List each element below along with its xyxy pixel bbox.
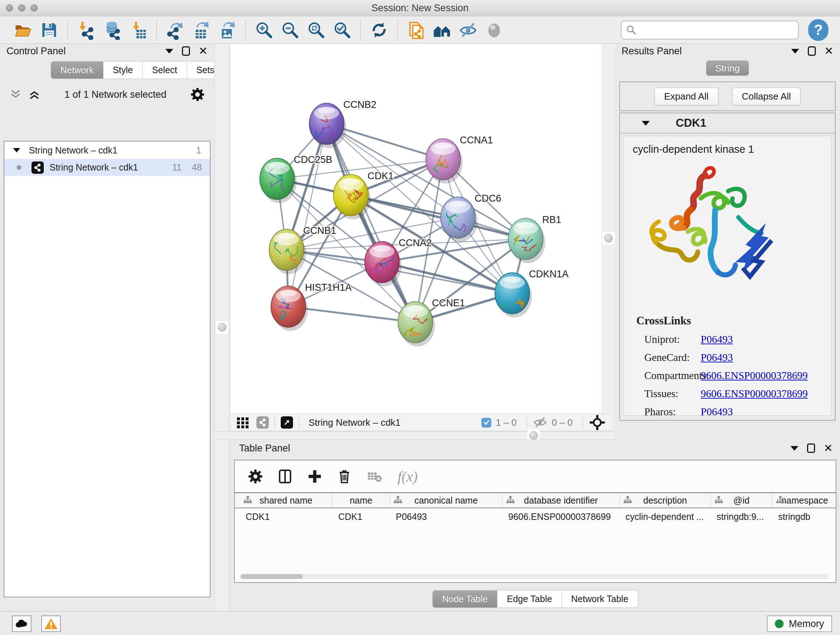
export-table-button[interactable] [191, 19, 212, 41]
edge-CCNB2-HIST1H1A[interactable] [288, 124, 327, 307]
panel-menu-icon[interactable] [165, 49, 173, 54]
splitter-grip[interactable] [216, 321, 228, 333]
expand-all-button[interactable]: Expand All [654, 88, 718, 105]
tab-edge-table[interactable]: Edge Table [497, 590, 562, 608]
show-columns-icon[interactable] [278, 469, 293, 484]
tab-node-table[interactable]: Node Table [432, 590, 497, 608]
zoom-in-button[interactable] [254, 19, 275, 41]
tab-network[interactable]: Network [51, 61, 103, 79]
table-cell[interactable]: P06493 [390, 511, 502, 522]
first-neighbors-button[interactable] [431, 19, 453, 41]
collapse-all-button[interactable]: Collapse All [732, 88, 801, 105]
tab-select[interactable]: Select [142, 61, 187, 79]
float-panel-icon[interactable] [182, 46, 190, 56]
hide-selected-button[interactable] [458, 19, 478, 41]
center-view-icon[interactable] [589, 414, 606, 431]
crosslink-link[interactable]: P06493 [701, 406, 733, 416]
table-options-gear-icon[interactable] [248, 469, 263, 484]
crosslink-link[interactable]: 9606.ENSP00000378699 [701, 388, 808, 400]
network-row-selected[interactable]: String Network – cdk1 11 48 [4, 159, 210, 176]
close-panel-icon[interactable]: ✕ [824, 46, 834, 57]
open-session-button[interactable] [13, 19, 34, 41]
export-network-button[interactable] [164, 19, 186, 41]
add-column-icon[interactable] [307, 469, 322, 484]
memory-button[interactable]: Memory [767, 616, 832, 632]
column-header--id[interactable]: @id [711, 493, 772, 508]
column-header-description[interactable]: description [620, 493, 711, 508]
close-panel-icon[interactable]: ✕ [199, 46, 208, 57]
gene-description: cyclin-dependent kinase 1 [624, 136, 831, 155]
node-label-CCNA2: CCNA2 [399, 238, 432, 249]
birdseye-view-icon[interactable] [256, 416, 269, 429]
grid-view-icon[interactable] [235, 415, 250, 430]
collapse-all-icon[interactable] [9, 89, 22, 100]
gene-header-row[interactable]: CDK1 [620, 113, 835, 134]
left-splitter[interactable] [214, 44, 229, 611]
table-row[interactable]: CDK1CDK1P064939606.ENSP00000378699cyclin… [235, 508, 836, 525]
node-CCNA1[interactable] [426, 139, 461, 180]
node-CDK1[interactable] [333, 174, 368, 216]
table-cell[interactable]: cyclin-dependent ... [620, 511, 711, 522]
table-cell[interactable]: stringdb:9... [711, 511, 772, 522]
import-network-database-button[interactable] [102, 19, 123, 41]
panel-menu-icon[interactable] [790, 446, 798, 451]
column-header-database-identifier[interactable]: database identifier [502, 493, 620, 508]
node-CDC6[interactable] [441, 197, 475, 238]
selected-checkbox[interactable] [482, 418, 491, 428]
import-database-icon [103, 20, 122, 40]
table-cell[interactable]: stringdb [772, 511, 837, 522]
zoom-out-button[interactable] [279, 19, 301, 41]
node-HIST1H1A[interactable] [271, 286, 306, 327]
tab-style[interactable]: Style [103, 61, 143, 79]
search-input[interactable] [640, 24, 794, 35]
show-all-button[interactable] [484, 19, 505, 41]
splitter-grip[interactable] [602, 232, 615, 244]
crosslink-link[interactable]: 9606.ENSP00000378699 [701, 370, 808, 382]
right-splitter[interactable] [600, 44, 616, 440]
table-cell[interactable]: 9606.ENSP00000378699 [502, 511, 620, 522]
column-header-namespace[interactable]: namespace [772, 493, 837, 508]
clone-network-button[interactable] [406, 19, 426, 41]
crosslink-link[interactable]: P06493 [701, 333, 733, 345]
tab-string[interactable]: String [706, 60, 749, 76]
network-options-gear-icon[interactable] [190, 87, 205, 102]
node-CDC25B[interactable] [260, 158, 294, 200]
detach-view-icon[interactable] [281, 416, 293, 429]
node-RB1[interactable] [508, 218, 543, 260]
close-panel-icon[interactable]: ✕ [824, 443, 833, 454]
warning-status-button[interactable] [41, 616, 61, 632]
node-CCNA2[interactable] [365, 241, 399, 283]
tree-expand-icon[interactable] [13, 148, 20, 152]
crosslink-link[interactable]: P06493 [701, 352, 733, 363]
refresh-layout-button[interactable] [369, 19, 390, 41]
node-CCNB1[interactable] [269, 229, 304, 271]
cloud-status-button[interactable] [12, 616, 32, 632]
column-header-canonical-name[interactable]: canonical name [390, 493, 502, 508]
tab-network-table[interactable]: Network Table [562, 590, 638, 608]
panel-menu-icon[interactable] [791, 49, 799, 54]
table-cell[interactable]: CDK1 [332, 511, 390, 522]
column-header-shared-name[interactable]: shared name [240, 493, 332, 508]
import-network-file-button[interactable] [76, 19, 96, 41]
collapse-gene-icon[interactable] [642, 121, 650, 126]
zoom-fit-button[interactable] [306, 19, 327, 41]
table-horizontal-scrollbar[interactable] [240, 574, 829, 579]
node-CCNE1[interactable] [398, 302, 433, 343]
expand-all-icon[interactable] [28, 89, 41, 100]
float-panel-icon[interactable] [807, 443, 815, 453]
zoom-selected-button[interactable] [332, 19, 353, 41]
float-panel-icon[interactable] [808, 46, 816, 56]
save-session-button[interactable] [39, 19, 60, 41]
node-label-RB1: RB1 [542, 214, 561, 225]
column-header-name[interactable]: name [332, 493, 390, 508]
node-CDKN1A[interactable] [495, 272, 530, 314]
network-canvas[interactable]: CCNB2CCNA1CDC25BCDK1CDC6RB1CCNB1CCNA2CDK… [231, 44, 601, 414]
delete-column-icon[interactable] [337, 469, 352, 484]
node-label-CCNB1: CCNB1 [303, 225, 336, 236]
import-table-button[interactable] [128, 19, 149, 41]
network-collection-row[interactable]: String Network – cdk1 1 [4, 141, 210, 159]
table-cell[interactable]: CDK1 [240, 511, 332, 522]
help-button[interactable]: ? [808, 19, 829, 41]
export-image-button[interactable] [217, 19, 238, 41]
node-CCNB2[interactable] [309, 103, 344, 144]
